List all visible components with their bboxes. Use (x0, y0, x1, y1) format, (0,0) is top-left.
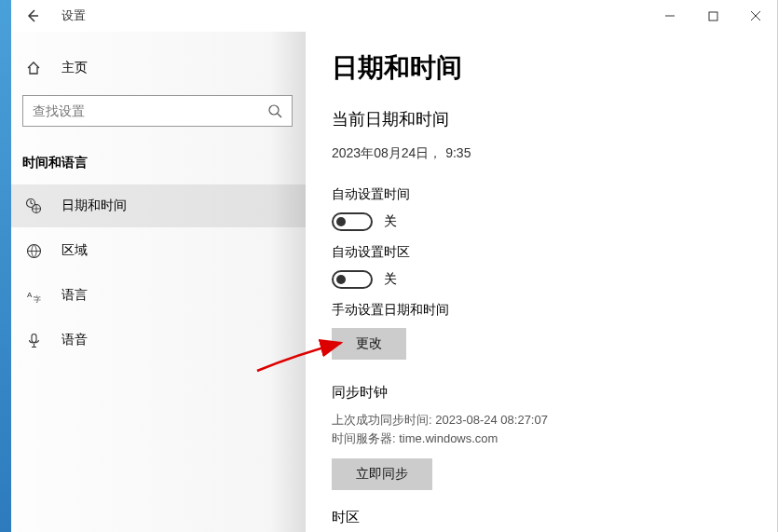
back-button[interactable] (11, 0, 54, 32)
svg-text:字: 字 (34, 295, 41, 304)
desktop-background-strip (0, 0, 11, 532)
page-title: 日期和时间 (332, 50, 751, 86)
auto-time-label: 自动设置时间 (332, 186, 751, 203)
manual-set-label: 手动设置日期和时间 (332, 302, 751, 319)
back-arrow-icon (25, 8, 40, 23)
sidebar-item-region[interactable]: 区域 (11, 229, 306, 272)
auto-tz-toggle[interactable] (332, 270, 373, 289)
sync-clock-heading: 同步时钟 (332, 384, 751, 402)
sidebar-item-label: 区域 (61, 242, 88, 259)
settings-window: 设置 主页 (11, 0, 778, 532)
last-sync-time: 上次成功同步时间: 2023-08-24 08:27:07 (332, 411, 751, 430)
svg-text:A: A (27, 291, 33, 299)
home-label: 主页 (61, 60, 88, 76)
search-box[interactable] (22, 95, 293, 127)
change-button[interactable]: 更改 (332, 328, 406, 360)
window-title: 设置 (61, 7, 86, 24)
home-icon (24, 61, 43, 75)
search-input[interactable] (33, 103, 282, 118)
time-server: 时间服务器: time.windows.com (332, 430, 751, 448)
titlebar: 设置 (11, 0, 777, 32)
window-controls (648, 0, 777, 32)
sidebar-item-label: 语言 (61, 287, 88, 304)
auto-time-state: 关 (384, 213, 397, 230)
svg-rect-0 (709, 12, 717, 20)
timezone-heading: 时区 (332, 509, 751, 526)
language-icon: A字 (24, 288, 43, 304)
auto-time-toggle[interactable] (332, 212, 373, 231)
globe-icon (24, 243, 43, 259)
home-link[interactable]: 主页 (22, 47, 294, 89)
auto-tz-state: 关 (384, 271, 397, 288)
close-button[interactable] (734, 0, 777, 32)
current-datetime-heading: 当前日期和时间 (332, 108, 751, 130)
sidebar-item-speech[interactable]: 语音 (11, 319, 306, 361)
sidebar-group-title: 时间和语言 (22, 155, 294, 171)
sync-info: 上次成功同步时间: 2023-08-24 08:27:07 时间服务器: tim… (332, 411, 751, 447)
maximize-button[interactable] (691, 0, 734, 32)
sync-now-button[interactable]: 立即同步 (332, 458, 432, 490)
sidebar-item-label: 日期和时间 (61, 198, 127, 214)
microphone-icon (24, 333, 43, 348)
sidebar-item-language[interactable]: A字 语言 (11, 274, 306, 317)
svg-rect-7 (32, 334, 36, 342)
sidebar-item-label: 语音 (61, 332, 88, 348)
svg-point-1 (269, 105, 279, 115)
search-icon (267, 103, 282, 121)
main-content: 日期和时间 当前日期和时间 2023年08月24日， 9:35 自动设置时间 关… (306, 32, 777, 532)
sidebar: 主页 时间和语言 日期和时间 区域 (11, 32, 306, 532)
current-datetime-value: 2023年08月24日， 9:35 (332, 145, 751, 162)
auto-tz-label: 自动设置时区 (332, 244, 751, 261)
minimize-button[interactable] (648, 0, 691, 32)
sidebar-item-datetime[interactable]: 日期和时间 (11, 184, 306, 227)
clock-globe-icon (24, 198, 43, 214)
